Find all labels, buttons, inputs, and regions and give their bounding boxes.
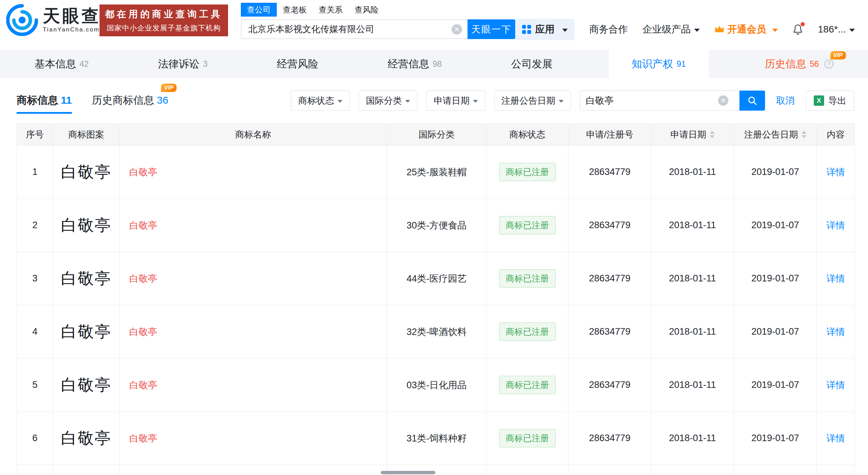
header-menu: 应用 商务合作 企业级产品 开通会员 186*... <box>515 19 855 40</box>
sub-tab-history-trademark-info[interactable]: VIP 历史商标信息36 <box>92 88 168 114</box>
detail-cell: 详情 <box>817 358 855 412</box>
nav-tab-label: 基本信息 <box>35 57 76 71</box>
dropdown-apply-date[interactable]: 申请日期 <box>426 91 485 111</box>
registration-number <box>568 465 651 475</box>
nav-tab-operating-risk[interactable]: 经营风险 <box>264 50 331 78</box>
clear-filter-search-icon[interactable]: ✕ <box>718 95 728 106</box>
caret-down-icon <box>849 29 855 32</box>
detail-link[interactable]: 详情 <box>827 219 845 232</box>
detail-link[interactable]: 详情 <box>827 326 845 338</box>
banner-line1: 都在用的商业查询工具 <box>105 8 223 20</box>
trademark-image[interactable]: 白敬亭 <box>53 412 120 465</box>
nav-tab-legal[interactable]: 法律诉讼 3 <box>145 50 220 78</box>
banner-line2: 国家中小企业发展子基金旗下机构 <box>107 23 221 33</box>
brand-name: 天眼查 <box>43 7 101 25</box>
clear-search-icon[interactable]: ✕ <box>452 24 462 35</box>
status-badge: 商标已注册 <box>499 376 556 394</box>
detail-link[interactable]: 详情 <box>827 272 845 285</box>
search-tabs: 查公司 查老板 查关系 查风险 <box>241 3 515 17</box>
table-row: 6 白敬亭 白敬亭 31类-饲料种籽 商标已注册 28634779 2018-0… <box>17 412 855 465</box>
nav-tab-intellectual-property[interactable]: 知识产权 91 <box>609 50 709 78</box>
help-icon[interactable]: ? <box>824 59 833 68</box>
detail-link[interactable]: 详情 <box>827 166 845 178</box>
apply-date: 2018-01-11 <box>651 358 734 412</box>
trademark-name: 白敬亭 <box>120 412 387 465</box>
status-badge: 商标已注册 <box>499 163 556 181</box>
apps-button[interactable]: 应用 <box>515 19 575 40</box>
table-row: 3 白敬亭 白敬亭 44类-医疗园艺 商标已注册 28634779 2018-0… <box>17 252 855 305</box>
caret-down-icon <box>772 29 778 32</box>
status-cell: 商标已注册 <box>487 146 568 199</box>
announce-date: 2019-01-07 <box>734 412 817 465</box>
company-search-input[interactable] <box>242 24 452 35</box>
dropdown-intl-class[interactable]: 国际分类 <box>359 91 417 111</box>
registration-number: 28634779 <box>568 358 651 412</box>
search-row: ✕ 天眼一下 <box>241 19 515 39</box>
trademark-name: 白敬亭 <box>120 358 387 412</box>
col-header-content: 内容 <box>817 124 855 146</box>
sub-tab-trademark-info[interactable]: 商标信息11 <box>17 88 72 114</box>
registration-number: 28634779 <box>568 252 651 305</box>
col-header-reg-no: 申请/注册号 <box>568 124 651 146</box>
status-badge: 商标已注册 <box>499 323 556 341</box>
search-button[interactable]: 天眼一下 <box>468 19 515 39</box>
dropdown-trademark-status[interactable]: 商标状态 <box>291 91 350 111</box>
nav-tab-operating-info[interactable]: 经营信息 98 <box>375 50 455 78</box>
search-tab-relation[interactable]: 查关系 <box>313 3 349 17</box>
nav-tab-history-info[interactable]: VIP 历史信息 56 ? <box>752 50 847 78</box>
search-tab-company[interactable]: 查公司 <box>241 3 277 17</box>
intl-class: 25类-服装鞋帽 <box>387 146 487 199</box>
nav-tab-company-development[interactable]: 公司发展 <box>498 50 566 78</box>
sort-icon[interactable] <box>802 131 806 138</box>
status-badge: 商标已注册 <box>499 216 556 234</box>
notification-bell[interactable] <box>792 24 803 35</box>
col-header-apply-date: 申请日期 <box>651 124 734 146</box>
caret-down-icon <box>562 29 568 32</box>
tianyancha-logo[interactable]: 天眼查 TianYanCha.com <box>6 4 101 36</box>
crown-icon <box>714 25 725 34</box>
trademark-image[interactable]: 白敬亭 <box>53 146 120 199</box>
apps-grid-icon <box>522 25 531 34</box>
registration-number: 28634779 <box>568 199 651 252</box>
dropdown-label: 申请日期 <box>434 95 470 107</box>
trademark-image[interactable]: 白敬亭 <box>53 252 120 305</box>
apply-date: 2018-01-11 <box>651 305 734 358</box>
apply-date: 2018-01-11 <box>651 199 734 252</box>
registration-number: 28634779 <box>568 146 651 199</box>
apps-label: 应用 <box>535 23 555 36</box>
trademark-search-input[interactable] <box>586 95 718 106</box>
detail-link[interactable]: 详情 <box>827 379 845 391</box>
horizontal-scrollbar-thumb[interactable] <box>381 471 435 474</box>
export-button[interactable]: X 导出 <box>806 91 854 111</box>
trademark-image[interactable]: 白敬亭 <box>53 358 120 412</box>
cancel-link[interactable]: 取消 <box>776 94 795 107</box>
search-tab-boss[interactable]: 查老板 <box>277 3 313 17</box>
status-cell: 商标已注册 <box>487 252 568 305</box>
search-tab-risk[interactable]: 查风险 <box>349 3 385 17</box>
trademark-image[interactable]: 白敬亭 <box>53 305 120 358</box>
row-index: 2 <box>17 199 53 252</box>
business-cooperation-link[interactable]: 商务合作 <box>589 23 628 36</box>
apply-date: 2018-01-11 <box>651 252 734 305</box>
trademark-search-button[interactable] <box>739 91 765 111</box>
nav-tab-basic-info[interactable]: 基本信息 42 <box>21 50 102 78</box>
dropdown-announce-date[interactable]: 注册公告日期 <box>494 91 571 111</box>
search-icon <box>747 95 757 106</box>
cooperation-label: 商务合作 <box>589 23 628 36</box>
search-input-wrap: ✕ <box>241 19 468 39</box>
nav-tab-count: 91 <box>677 59 686 69</box>
trademark-image[interactable]: 白敬亭 <box>53 199 120 252</box>
announce-date: 2019-01-07 <box>734 199 817 252</box>
nav-tab-count: 42 <box>79 59 89 69</box>
nav-tab-count: 98 <box>433 59 442 69</box>
detail-cell: 详情 <box>817 199 855 252</box>
vip-upgrade-link[interactable]: 开通会员 <box>714 23 778 36</box>
announce-date: 2019-01-07 <box>734 252 817 305</box>
sort-icon[interactable] <box>710 131 715 138</box>
detail-link[interactable]: 详情 <box>827 432 845 445</box>
status-cell: 商标已注册 <box>487 358 568 412</box>
enterprise-products-link[interactable]: 企业级产品 <box>642 23 700 36</box>
account-phone[interactable]: 186*... <box>818 24 855 35</box>
caret-down-icon <box>559 100 564 103</box>
registration-number: 28634779 <box>568 305 651 358</box>
